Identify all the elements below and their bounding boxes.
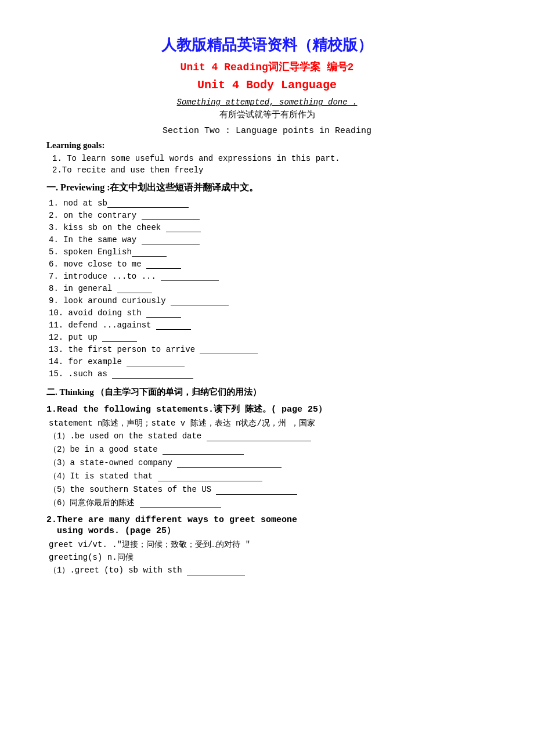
vocab-item-7: 7. introduce ...to ... — [49, 272, 488, 281]
blank-ex-1-5[interactable] — [216, 487, 297, 495]
blank-ex-1-6[interactable] — [140, 500, 221, 508]
vocab-item-5: 5. spoken English — [49, 247, 488, 257]
vocab-item-2: 2. on the contrary — [49, 211, 488, 220]
subsection-1-note: statement n陈述，声明；state v 陈述，表达 n状态/况，州 ，… — [49, 418, 488, 429]
blank-1[interactable] — [107, 200, 189, 208]
blank-ex-1-1[interactable] — [207, 433, 311, 441]
vocab-item-6: 6. move close to me — [49, 260, 488, 269]
exercise-2-1: （1）.greet (to) sb with sth — [49, 565, 488, 575]
blank-ex-2-1[interactable] — [187, 567, 245, 575]
blank-13[interactable] — [200, 346, 258, 354]
vocab-item-13: 13. the first person to arrive — [49, 345, 488, 354]
blank-8[interactable] — [117, 285, 152, 293]
sub-title: Unit 4 Reading词汇导学案 编号2 — [46, 60, 488, 74]
blank-10[interactable] — [146, 309, 181, 318]
section-two-header: 二. Thinking （自主学习下面的单词，归纳它们的用法） — [46, 387, 488, 398]
vocab-item-8: 8. in general — [49, 284, 488, 293]
subsection-1-title: 1.Read the following statements.读下列 陈述。(… — [46, 404, 488, 415]
vocab-item-15: 15. .such as — [49, 369, 488, 379]
vocab-item-11: 11. defend ...against — [49, 321, 488, 330]
exercise-1-6: （6）同意你最后的陈述 — [49, 498, 488, 508]
exercise-1-3: （3）a state-owned company — [49, 458, 488, 468]
blank-2[interactable] — [142, 212, 200, 220]
vocab-item-3: 3. kiss sb on the cheek — [49, 223, 488, 232]
exercise-1-1: （1）.be used on the stated date — [49, 431, 488, 441]
blank-4[interactable] — [142, 236, 200, 244]
main-title: 人教版精品英语资料（精校版） — [46, 35, 488, 55]
blank-5[interactable] — [132, 249, 167, 257]
goal-item-1: 1. To learn some useful words and expres… — [52, 154, 488, 163]
goal-item-2: 2.To recite and use them freely — [52, 165, 488, 175]
vocab-item-4: 4. In the same way — [49, 235, 488, 244]
motto: Something attempted, something done . — [46, 98, 488, 107]
vocab-item-9: 9. look around curiously — [49, 296, 488, 305]
blank-14[interactable] — [127, 358, 185, 366]
subsection-2-note2: greeting(s) n.问候 — [49, 552, 488, 563]
blank-11[interactable] — [156, 322, 191, 330]
unit-title: Unit 4 Body Language — [46, 78, 488, 92]
blank-6[interactable] — [146, 261, 181, 269]
blank-12[interactable] — [102, 334, 137, 342]
blank-15[interactable] — [112, 370, 193, 379]
motto-zh: 有所尝试就等于有所作为 — [46, 109, 488, 120]
vocab-item-12: 12. put up — [49, 333, 488, 342]
vocab-item-1: 1. nod at sb — [49, 199, 488, 208]
subsection-2-title: 2.There are many different ways to greet… — [46, 515, 488, 536]
exercise-1-2: （2）be in a good state — [49, 444, 488, 455]
vocab-item-10: 10. avoid doing sth — [49, 308, 488, 318]
exercise-1-5: （5）the southern States of the US — [49, 484, 488, 495]
blank-ex-1-3[interactable] — [177, 460, 282, 468]
blank-7[interactable] — [161, 273, 219, 281]
learning-goals-title: Learning goals: — [46, 141, 488, 150]
blank-ex-1-2[interactable] — [163, 447, 244, 455]
blank-9[interactable] — [171, 297, 229, 305]
section-title: Section Two : Language points in Reading — [46, 126, 488, 136]
blank-ex-1-4[interactable] — [158, 473, 262, 481]
exercise-1-4: （4）It is stated that — [49, 471, 488, 481]
vocab-item-14: 14. for example — [49, 357, 488, 366]
section-one-header: 一. Previewing :在文中划出这些短语并翻译成中文。 — [46, 182, 488, 194]
subsection-2-note1: greet vi/vt. ."迎接；问候；致敬；受到…的对待 " — [49, 539, 488, 550]
blank-3[interactable] — [166, 224, 201, 232]
